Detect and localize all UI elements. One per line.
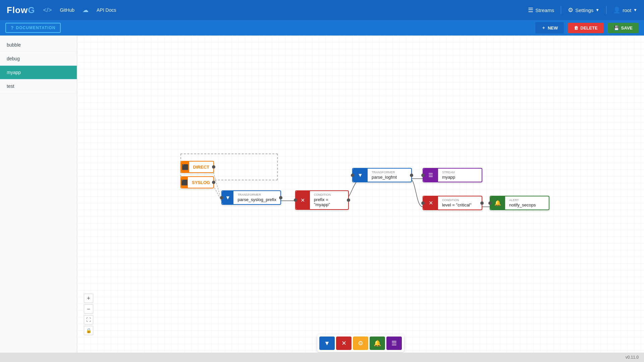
- myapp-stream-label: myapp: [442, 175, 455, 180]
- plus-icon: ＋: [541, 25, 546, 31]
- save-icon: 💾: [614, 25, 619, 31]
- syslog-port-right: [212, 181, 215, 184]
- new-label: NEW: [548, 25, 558, 31]
- nav-divider2: [606, 6, 606, 14]
- version-label: v0.11.0: [626, 355, 639, 360]
- parse-logfmt-label: parse_logfmt: [372, 175, 397, 180]
- add-alert-button[interactable]: 🔔: [370, 337, 385, 350]
- node-direct[interactable]: ⬛ DIRECT: [180, 161, 214, 173]
- node-prefix-condition[interactable]: ✕ Condition prefix = "myapp": [295, 190, 349, 210]
- toolbar: ? DOCUMENTATION ＋ NEW 🗑 DELETE 💾 SAVE: [0, 20, 644, 36]
- condition-icon-level: ✕: [423, 196, 438, 209]
- apidocs-link[interactable]: API Docs: [97, 7, 116, 13]
- level-condition-body: Condition level = "critical": [438, 196, 476, 209]
- zoom-controls: + − ⛶ 🔒: [84, 294, 93, 335]
- topnav: FlowG </> GitHub ☁ API Docs ☰ Streams ⚙ …: [0, 0, 644, 20]
- apidocs-label: API Docs: [97, 7, 116, 13]
- parse-syslog-port-left: [220, 196, 223, 199]
- parse-logfmt-body: Transformer parse_logfmt: [368, 169, 401, 182]
- main-layout: bubble debug myapp test: [0, 36, 644, 362]
- sidebar-item-bubble[interactable]: bubble: [0, 38, 77, 52]
- save-button[interactable]: 💾 SAVE: [608, 23, 639, 33]
- user-chevron-icon: ▼: [633, 8, 637, 12]
- help-icon: ?: [11, 25, 14, 31]
- node-notify-secops[interactable]: 🔔 Alert notify_secops: [490, 196, 549, 210]
- direct-port-right: [212, 165, 215, 169]
- stream-icon-myapp: ☰: [423, 169, 438, 182]
- canvas[interactable]: ⬛ DIRECT ⬛ SYSLOG ▼ Transformer pars: [77, 36, 644, 362]
- fit-view-button[interactable]: ⛶: [84, 315, 93, 324]
- canvas-grid: [77, 36, 644, 362]
- save-label: SAVE: [621, 25, 633, 31]
- condition-icon-prefix: ✕: [296, 191, 310, 209]
- prefix-condition-port-right: [347, 198, 350, 202]
- direct-body: DIRECT: [189, 162, 213, 172]
- cloud-icon: ☁: [83, 6, 89, 14]
- parse-syslog-label: parse_syslog_prefix: [237, 197, 276, 202]
- node-parse-syslog[interactable]: ▼ Transformer parse_syslog_prefix: [221, 190, 281, 205]
- add-transformer-button[interactable]: ▼: [319, 337, 335, 350]
- level-condition-port-right: [480, 201, 484, 205]
- settings-btn[interactable]: ⚙ Settings ▼: [568, 6, 599, 14]
- syslog-body: SYSLOG: [188, 177, 214, 188]
- user-btn[interactable]: 👤 root ▼: [613, 6, 637, 14]
- code-icon: </>: [43, 7, 52, 14]
- parse-logfmt-type: Transformer: [372, 171, 397, 174]
- add-settings-button[interactable]: ⚙: [353, 337, 368, 350]
- node-parse-logfmt[interactable]: ▼ Transformer parse_logfmt: [352, 168, 412, 182]
- sidebar: bubble debug myapp test: [0, 36, 77, 362]
- documentation-button[interactable]: ? DOCUMENTATION: [5, 23, 61, 33]
- transformer-icon-syslog: ▼: [222, 191, 233, 204]
- alert-icon-notify: 🔔: [490, 196, 505, 209]
- node-level-condition[interactable]: ✕ Condition level = "critical": [423, 196, 482, 210]
- add-stream-button[interactable]: ☰: [386, 337, 402, 350]
- sidebar-item-debug[interactable]: debug: [0, 52, 77, 66]
- trash-icon: 🗑: [574, 25, 578, 31]
- lock-button[interactable]: 🔒: [84, 326, 93, 335]
- github-link[interactable]: GitHub: [60, 7, 74, 13]
- settings-chevron-icon: ▼: [595, 8, 599, 12]
- node-syslog[interactable]: ⬛ SYSLOG: [180, 176, 214, 188]
- level-condition-label: level = "critical": [442, 202, 472, 207]
- version-bar: v0.11.0: [0, 353, 644, 362]
- transformer-icon: ▼: [324, 340, 330, 347]
- sidebar-item-myapp[interactable]: myapp: [0, 66, 77, 79]
- prefix-condition-port-left: [294, 198, 297, 202]
- nav-divider1: [561, 6, 561, 14]
- doc-label: DOCUMENTATION: [16, 25, 56, 30]
- delete-label: DELETE: [580, 25, 597, 31]
- github-label: GitHub: [60, 7, 74, 13]
- user-label: root: [623, 7, 631, 13]
- input-icon-syslog: ⬛: [181, 177, 188, 188]
- brand-logo[interactable]: FlowG: [7, 5, 35, 15]
- input-icon-direct: ⬛: [181, 162, 189, 172]
- sidebar-item-test[interactable]: test: [0, 79, 77, 93]
- streams-label: Streams: [535, 7, 554, 13]
- alert-node-icon: 🔔: [374, 340, 381, 347]
- gear-icon: ⚙: [568, 6, 573, 14]
- node-myapp-stream[interactable]: ☰ Stream myapp: [423, 168, 482, 182]
- myapp-stream-body: Stream myapp: [438, 169, 459, 182]
- prefix-condition-label: prefix = "myapp": [314, 197, 344, 207]
- new-button[interactable]: ＋ NEW: [535, 22, 564, 34]
- notify-secops-port-left: [488, 201, 492, 205]
- streams-icon: ☰: [528, 6, 533, 14]
- notify-secops-body: Alert notify_secops: [505, 196, 540, 209]
- transformer-icon-logfmt: ▼: [353, 169, 368, 182]
- condition-icon: ✕: [341, 340, 346, 347]
- parse-syslog-body: Transformer parse_syslog_prefix: [233, 191, 280, 204]
- prefix-condition-type: Condition: [314, 193, 344, 196]
- stream-node-icon: ☰: [391, 340, 397, 347]
- parse-syslog-port-right: [279, 196, 282, 199]
- zoom-in-button[interactable]: +: [84, 294, 93, 303]
- parse-syslog-type: Transformer: [237, 193, 276, 196]
- parse-logfmt-port-left: [351, 174, 354, 177]
- settings-label: Settings: [575, 7, 593, 13]
- bottom-toolbar: ▼ ✕ ⚙ 🔔 ☰: [317, 335, 404, 352]
- zoom-out-button[interactable]: −: [84, 304, 93, 314]
- add-condition-button[interactable]: ✕: [336, 337, 352, 350]
- settings-node-icon: ⚙: [358, 340, 363, 347]
- delete-button[interactable]: 🗑 DELETE: [568, 23, 603, 33]
- level-condition-type: Condition: [442, 198, 472, 202]
- streams-btn[interactable]: ☰ Streams: [528, 6, 554, 14]
